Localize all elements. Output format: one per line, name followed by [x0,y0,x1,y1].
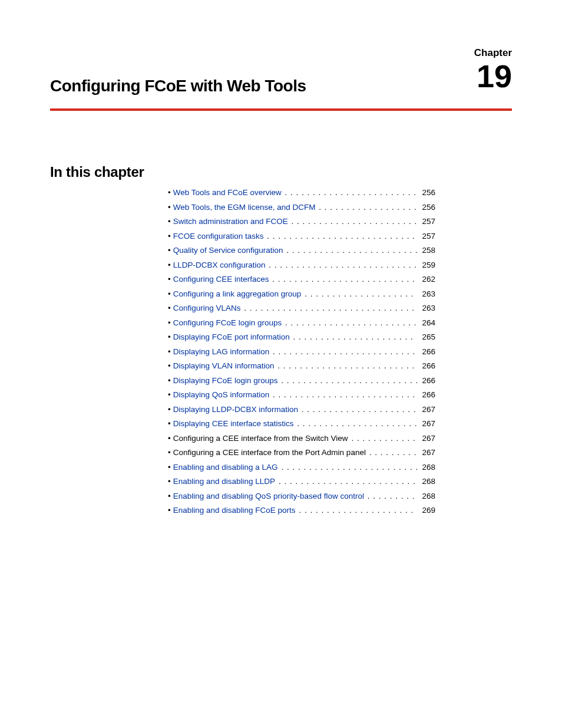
chapter-title: Configuring FCoE with Web Tools [50,47,512,103]
toc-link[interactable]: LLDP-DCBX configuration [173,261,266,269]
toc-page-number: 264 [418,319,435,327]
toc-link[interactable]: Configuring CEE interfaces [173,275,269,284]
bullet-icon: • [168,333,171,341]
toc-leader-dots [272,275,417,284]
toc-leader-dots [273,391,417,399]
toc-entry: •Enabling and disabling QoS priority-bas… [168,492,435,500]
toc-link[interactable]: Quality of Service configuration [173,246,283,255]
toc-entry: •Displaying FCoE login groups 266 [168,377,435,385]
bullet-icon: • [168,362,171,370]
toc-link[interactable]: Switch administration and FCOE [173,218,288,226]
toc-entry: •Enabling and disabling a LAG 268 [168,463,435,472]
toc-leader-dots [351,434,417,443]
toc-link[interactable]: Enabling and disabling LLDP [173,477,275,486]
toc-page-number: 256 [418,189,435,197]
bullet-icon: • [168,434,171,443]
toc-link[interactable]: Enabling and disabling QoS priority-base… [173,492,364,500]
toc-leader-dots [297,420,417,428]
toc-page-number: 266 [418,362,435,370]
toc-entry: •Displaying QoS information 266 [168,391,435,399]
toc-link[interactable]: Configuring a link aggregation group [173,290,302,298]
toc-link[interactable]: Configuring FCoE login groups [173,319,282,327]
toc-entry: •Configuring CEE interfaces 262 [168,275,435,284]
toc-entry: •Enabling and disabling FCoE ports 269 [168,506,435,515]
bullet-icon: • [168,189,171,197]
bullet-icon: • [168,203,171,212]
toc-entry: •Web Tools and FCoE overview 256 [168,189,435,197]
toc-link[interactable]: FCOE configuration tasks [173,232,264,241]
toc-entry: •Displaying VLAN information 266 [168,362,435,370]
toc-page-number: 259 [418,261,435,269]
toc-text: Configuring a CEE interface from the Por… [173,449,366,457]
toc-entry: •FCOE configuration tasks 257 [168,232,435,241]
toc-leader-dots [281,463,417,472]
toc-leader-dots [369,449,418,457]
toc-link[interactable]: Web Tools and FCoE overview [173,189,282,197]
toc-entry: •Configuring VLANs 263 [168,304,435,312]
toc-link[interactable]: Displaying FCoE login groups [173,377,278,385]
toc-leader-dots [244,304,417,312]
toc-entry: •Configuring a link aggregation group 26… [168,290,435,298]
toc-link[interactable]: Enabling and disabling FCoE ports [173,506,296,515]
toc-link[interactable]: Enabling and disabling a LAG [173,463,278,472]
toc-leader-dots [368,492,418,500]
toc-page-number: 268 [418,492,435,500]
toc-entry: •Enabling and disabling LLDP 268 [168,477,435,486]
chapter-label: Chapter [474,47,512,59]
toc-link[interactable]: Displaying VLAN information [173,362,275,370]
toc-leader-dots [292,218,418,226]
bullet-icon: • [168,506,171,515]
toc-entry: •Configuring a CEE interface from the Sw… [168,434,435,443]
toc-leader-dots [319,203,417,212]
bullet-icon: • [168,391,171,399]
toc-page-number: 268 [418,477,435,486]
toc-leader-dots [302,406,418,414]
toc-link[interactable]: Displaying LAG information [173,348,270,356]
toc-entry: •Web Tools, the EGM license, and DCFM 25… [168,203,435,212]
toc-leader-dots [285,189,418,197]
toc-link[interactable]: Displaying LLDP-DCBX information [173,406,298,414]
toc-leader-dots [273,348,417,356]
toc-leader-dots [279,477,418,486]
toc-link[interactable]: Displaying QoS information [173,391,270,399]
toc-link[interactable]: Displaying CEE interface statistics [173,420,294,428]
toc-leader-dots [277,362,417,370]
toc-link[interactable]: Displaying FCoE port information [173,333,290,341]
toc-entry: •Displaying LLDP-DCBX information 267 [168,406,435,414]
toc-page-number: 265 [418,333,435,341]
toc-leader-dots [285,319,417,327]
toc-entry: •Quality of Service configuration 258 [168,246,435,255]
bullet-icon: • [168,232,171,241]
toc-page-number: 267 [418,434,435,443]
toc-entry: •Displaying LAG information 266 [168,348,435,356]
toc-leader-dots [269,261,417,269]
bullet-icon: • [168,492,171,500]
bullet-icon: • [168,246,171,255]
toc-page-number: 267 [418,449,435,457]
bullet-icon: • [168,463,171,472]
bullet-icon: • [168,290,171,298]
chapter-number: 19 [477,60,512,92]
toc-page-number: 268 [418,463,435,472]
bullet-icon: • [168,304,171,312]
bullet-icon: • [168,477,171,486]
toc-text: Configuring a CEE interface from the Swi… [173,434,348,443]
title-underline [50,108,512,111]
bullet-icon: • [168,218,171,226]
bullet-icon: • [168,275,171,284]
bullet-icon: • [168,406,171,414]
toc-page-number: 267 [418,420,435,428]
toc-page-number: 257 [418,232,435,241]
toc-page-number: 256 [418,203,435,212]
bullet-icon: • [168,420,171,428]
toc-page-number: 257 [418,218,435,226]
toc-list: •Web Tools and FCoE overview 256•Web Too… [168,189,435,515]
toc-leader-dots [281,377,417,385]
toc-entry: •Configuring FCoE login groups 264 [168,319,435,327]
bullet-icon: • [168,261,171,269]
toc-leader-dots [293,333,418,341]
toc-page-number: 266 [418,377,435,385]
toc-page-number: 267 [418,406,435,414]
toc-link[interactable]: Configuring VLANs [173,304,241,312]
toc-link[interactable]: Web Tools, the EGM license, and DCFM [173,203,316,212]
